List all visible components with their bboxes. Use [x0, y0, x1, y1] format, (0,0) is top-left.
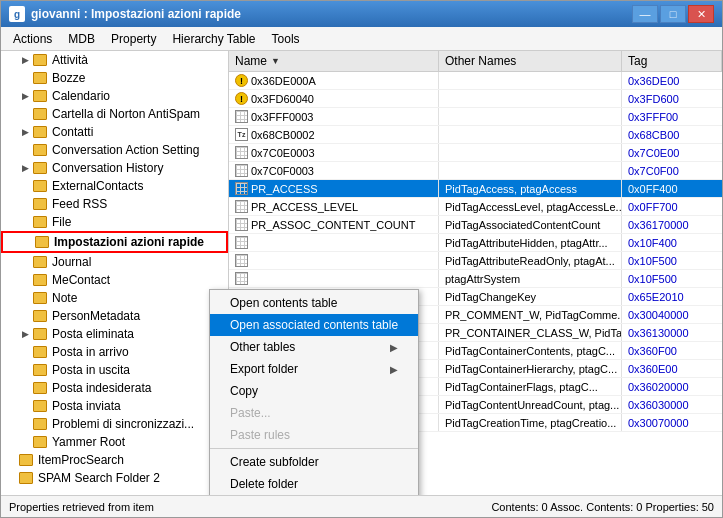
context-menu-item[interactable]: Open associated contents table [210, 314, 418, 336]
tag-value: 0x36020000 [628, 381, 689, 393]
tree-item[interactable]: Posta in uscita [1, 361, 228, 379]
tree-item[interactable]: Journal [1, 253, 228, 271]
context-menu-item[interactable]: Open contents table [210, 292, 418, 314]
cell-name: !0x36DE000A [229, 72, 439, 89]
app-icon: g [9, 6, 25, 22]
tree-item[interactable]: Impostazioni azioni rapide [1, 231, 228, 253]
context-menu-item-label: Copy [230, 384, 258, 398]
tree-item-label: Conversation Action Setting [52, 143, 199, 157]
tree-item[interactable]: ▶Calendario [1, 87, 228, 105]
col-header-name[interactable]: Name ▼ [229, 51, 439, 71]
table-row[interactable]: 0x3FFF00030x3FFF00 [229, 108, 722, 126]
tree-item[interactable]: Conversation Action Setting [1, 141, 228, 159]
folder-icon [33, 382, 47, 394]
cell-tag: 0x65E2010 [622, 288, 722, 305]
table-row[interactable]: PR_ACCESSPidTagAccess, ptagAccess0x0FF40… [229, 180, 722, 198]
tree-item[interactable]: Cartella di Norton AntiSpam [1, 105, 228, 123]
cell-other-names [439, 144, 622, 161]
context-menu-item[interactable]: Delete folder [210, 473, 418, 495]
tree-item-label: Feed RSS [52, 197, 107, 211]
cell-other-names: PidTagContentUnreadCount, ptag... [439, 396, 622, 413]
tree-item[interactable]: ▶Posta eliminata [1, 325, 228, 343]
context-menu-item[interactable]: Create subfolder [210, 451, 418, 473]
table-row[interactable]: 0x7C0E00030x7C0E00 [229, 144, 722, 162]
tree-expand-arrow[interactable]: ▶ [19, 127, 31, 137]
tree-item[interactable]: Yammer Root [1, 433, 228, 451]
menu-hierarchy-table[interactable]: Hierarchy Table [164, 30, 263, 48]
menu-property[interactable]: Property [103, 30, 164, 48]
folder-icon [33, 180, 47, 192]
menu-actions[interactable]: Actions [5, 30, 60, 48]
cell-other-names: PidTagContainerHierarchy, ptagC... [439, 360, 622, 377]
context-menu-item[interactable]: Copy [210, 380, 418, 402]
cell-other-names: PidTagContainerContents, ptagC... [439, 342, 622, 359]
tree-item[interactable]: ExternalContacts [1, 177, 228, 195]
tree-item[interactable]: SPAM Search Folder 2 [1, 469, 228, 487]
window-title: giovanni : Impostazioni azioni rapide [31, 7, 241, 21]
tree-item[interactable]: Posta in arrivo [1, 343, 228, 361]
tree-item[interactable]: ▶Conversation History [1, 159, 228, 177]
cell-name: Tz0x68CB0002 [229, 126, 439, 143]
cell-tag: 0x10F400 [622, 234, 722, 251]
cell-other-names: ptagAttrSystem [439, 270, 622, 287]
folder-icon [19, 472, 33, 484]
tag-value: 0x0FF400 [628, 183, 678, 195]
cell-name [229, 270, 439, 287]
close-button[interactable]: ✕ [688, 5, 714, 23]
tree-item[interactable]: ItemProcSearch [1, 451, 228, 469]
folder-icon [33, 72, 47, 84]
tree-item-label: Attività [52, 53, 88, 67]
tree-item-label: File [52, 215, 71, 229]
tree-item[interactable]: Note [1, 289, 228, 307]
tree-item[interactable]: ▶Attività [1, 51, 228, 69]
context-menu-item[interactable]: Export folder▶ [210, 358, 418, 380]
cell-name [229, 234, 439, 251]
table-row[interactable]: 0x7C0F00030x7C0F00 [229, 162, 722, 180]
cell-other-names [439, 90, 622, 107]
table-row[interactable]: PidTagAttributeReadOnly, ptagAt...0x10F5… [229, 252, 722, 270]
tag-value: 0x36170000 [628, 219, 689, 231]
tree-item-label: Bozze [52, 71, 85, 85]
tree-item[interactable]: Posta inviata [1, 397, 228, 415]
cell-tag: 0x10F500 [622, 252, 722, 269]
col-header-tag[interactable]: Tag [622, 51, 722, 71]
tree-item[interactable]: Bozze [1, 69, 228, 87]
tree-item[interactable]: ▶Contatti [1, 123, 228, 141]
tree-expand-arrow[interactable]: ▶ [19, 91, 31, 101]
tree-expand-arrow[interactable]: ▶ [19, 55, 31, 65]
left-panel: ▶AttivitàBozze▶CalendarioCartella di Nor… [1, 51, 229, 495]
tree-item[interactable]: Posta indesiderata [1, 379, 228, 397]
table-row[interactable]: ptagAttrSystem0x10F500 [229, 270, 722, 288]
table-row[interactable]: Tz0x68CB00020x68CB00 [229, 126, 722, 144]
table-row[interactable]: PidTagAttributeHidden, ptagAttr...0x10F4… [229, 234, 722, 252]
tree-item[interactable]: Feed RSS [1, 195, 228, 213]
tree-expand-arrow[interactable]: ▶ [19, 329, 31, 339]
folder-icon [33, 292, 47, 304]
tree-item[interactable]: PersonMetadata [1, 307, 228, 325]
table-row[interactable]: PR_ASSOC_CONTENT_COUNTPidTagAssociatedCo… [229, 216, 722, 234]
table-row[interactable]: !0x3FD600400x3FD600 [229, 90, 722, 108]
col-header-other-names[interactable]: Other Names [439, 51, 622, 71]
cell-tag: 0x360F00 [622, 342, 722, 359]
folder-icon [33, 144, 47, 156]
table-row[interactable]: !0x36DE000A0x36DE00 [229, 72, 722, 90]
minimize-button[interactable]: — [632, 5, 658, 23]
cell-tag: 0x36030000 [622, 396, 722, 413]
cell-tag: 0x7C0F00 [622, 162, 722, 179]
menu-mdb[interactable]: MDB [60, 30, 103, 48]
context-menu-item[interactable]: Other tables▶ [210, 336, 418, 358]
tree-item[interactable]: Problemi di sincronizzazi... [1, 415, 228, 433]
maximize-button[interactable]: □ [660, 5, 686, 23]
context-menu-item-label: Paste... [230, 406, 271, 420]
cell-tag: 0x68CB00 [622, 126, 722, 143]
tree-expand-arrow[interactable]: ▶ [19, 163, 31, 173]
menu-tools[interactable]: Tools [264, 30, 308, 48]
table-row[interactable]: PR_ACCESS_LEVELPidTagAccessLevel, ptagAc… [229, 198, 722, 216]
warning-icon: ! [235, 74, 248, 87]
folder-icon [33, 310, 47, 322]
tag-value: 0x7C0F00 [628, 165, 679, 177]
context-menu-item: Paste... [210, 402, 418, 424]
tree-item[interactable]: MeContact [1, 271, 228, 289]
tree-item[interactable]: File [1, 213, 228, 231]
folder-icon [33, 400, 47, 412]
